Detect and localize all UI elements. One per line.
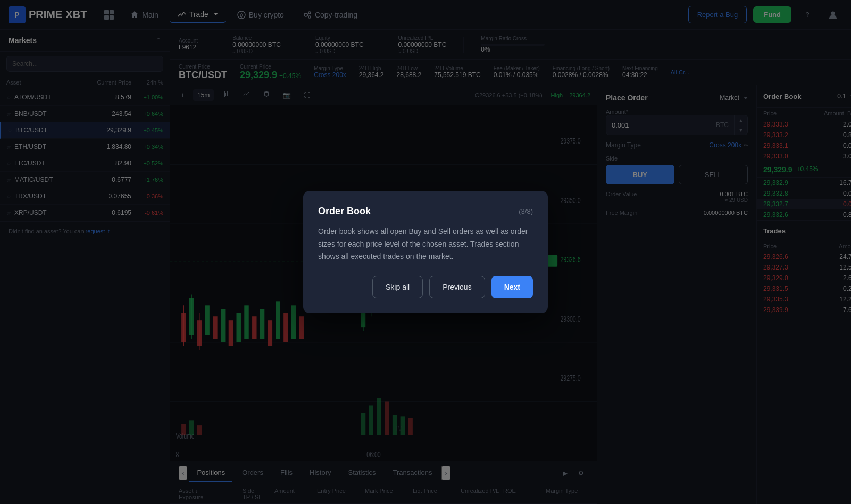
skip-all-button[interactable]: Skip all xyxy=(372,276,423,298)
modal-body: Order book shows all open Buy and Sell o… xyxy=(318,225,533,263)
modal-title: Order Book xyxy=(318,206,371,217)
next-button[interactable]: Next xyxy=(491,276,533,298)
modal-overlay: Order Book (3/8) Order book shows all op… xyxy=(0,0,851,504)
modal-footer: Skip all Previous Next xyxy=(318,276,533,298)
previous-button[interactable]: Previous xyxy=(429,276,485,298)
modal-header: Order Book (3/8) xyxy=(318,206,533,217)
modal-step: (3/8) xyxy=(519,207,533,215)
tutorial-modal: Order Book (3/8) Order book shows all op… xyxy=(303,191,548,313)
